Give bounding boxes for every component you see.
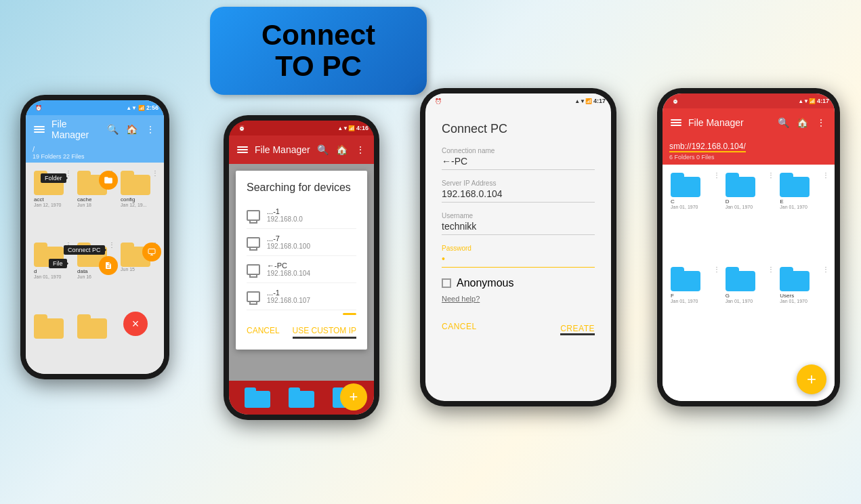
phone-3: ⏰ ▲▼📶 4:17 Connect PC Connection name ←-… [420, 88, 616, 406]
connect-pc-tooltip: Connect PC [64, 245, 105, 255]
connect-pc-dialog: Connect PC Connection name ←-PC Server I… [425, 108, 611, 401]
phone4-path: smb://192.168.0.104/ [669, 142, 746, 152]
center-banner: Connect TO PC [210, 7, 427, 95]
device-item[interactable]: ←-PC 192.168.0.104 [247, 256, 356, 283]
phone4-file-grid: C Jan 01, 1970 ⋮ D Jan 01, 1970 ⋮ E Jan … [663, 165, 835, 360]
list-item[interactable]: cache Jun 18 ⋮ Folder [75, 168, 115, 237]
folder-icon [671, 173, 700, 197]
phone1-title: File Manager [51, 119, 100, 140]
dialog-button-row: CANCEL CREATE [442, 316, 595, 335]
folder-icon [671, 267, 700, 291]
more-button[interactable]: ⋮ [713, 171, 720, 179]
list-item[interactable] [31, 312, 72, 369]
bottom-folder[interactable] [289, 387, 314, 408]
phone2-appbar: File Manager 🔍 🏠 ⋮ [229, 135, 374, 164]
password-label: Password [442, 245, 595, 252]
password-value[interactable]: • [442, 253, 595, 268]
folder-icon [77, 314, 107, 339]
username-value[interactable]: technikk [442, 221, 595, 235]
phone-2: ⏰ ▲▼📶 4:16 File Manager 🔍 🏠 ⋮ Searching … [224, 115, 379, 420]
bottom-folder[interactable] [245, 387, 270, 408]
phone2-more-icon[interactable]: ⋮ [354, 143, 367, 156]
list-item[interactable] [75, 312, 115, 369]
monitor-icon [247, 210, 260, 221]
device-item[interactable]: ...-7 192.168.0.100 [247, 229, 356, 256]
folder-icon [780, 173, 810, 197]
phone4-subtitle: 6 Folders 0 Files [669, 154, 828, 161]
more-button[interactable]: ⋮ [768, 266, 774, 273]
file-tooltip: File [49, 259, 67, 268]
more-button[interactable]: ⋮ [108, 241, 115, 249]
phone3-status-bar: ⏰ ▲▼📶 4:17 [425, 93, 611, 108]
file-fab[interactable] [99, 256, 118, 275]
add-fab[interactable]: + [797, 364, 826, 394]
list-item[interactable]: config Jan 12, 19... ⋮ [118, 168, 159, 237]
folder-icon [34, 314, 64, 339]
list-item[interactable]: Users Jan 01, 1970 ⋮ [777, 264, 829, 356]
more-button[interactable]: ⋮ [768, 171, 774, 179]
cancel-button[interactable]: CANCEL [442, 322, 477, 335]
list-item[interactable]: F Jan 01, 1970 ⋮ [668, 264, 720, 356]
banner-title: Connect TO PC [261, 20, 375, 82]
server-ip-label: Server IP Address [442, 180, 595, 187]
folder-icon [726, 173, 755, 197]
phone4-path-bar: smb://192.168.0.104/ 6 Folders 0 Files [663, 137, 835, 165]
phone2-home-icon[interactable]: 🏠 [335, 143, 348, 156]
close-fab[interactable]: × [123, 312, 148, 336]
list-item[interactable]: Jun 15 ⋮ Connect PC [118, 240, 159, 309]
list-item[interactable]: × [118, 312, 159, 369]
phone-4: ⏰ ▲▼📶 4:17 File Manager 🔍 🏠 ⋮ smb://192.… [657, 88, 840, 406]
list-item[interactable]: G Jan 01, 1970 ⋮ [723, 264, 775, 356]
phone1-file-grid: acct Jan 12, 1970 ⋮ cache Jun 18 ⋮ Folde… [26, 163, 164, 374]
add-fab[interactable]: + [340, 383, 367, 411]
help-link[interactable]: Need help? [442, 295, 595, 303]
connection-name-value[interactable]: ←-PC [442, 156, 595, 170]
list-item[interactable]: E Jan 01, 1970 ⋮ [777, 170, 829, 261]
create-button[interactable]: CREATE [560, 322, 595, 335]
folder-icon [726, 267, 755, 291]
monitor-icon [247, 264, 260, 275]
phone4-appbar: File Manager 🔍 🏠 ⋮ [663, 108, 835, 137]
anonymous-label: Anonymous [457, 277, 514, 289]
phone-1: ⏰ ▲▼ 📶 2:56 File Manager 🔍 🏠 ⋮ / 19 Fold… [20, 95, 169, 379]
more-button[interactable]: ⋮ [152, 169, 159, 177]
connect-pc-fab[interactable] [142, 243, 161, 261]
phone1-appbar: File Manager 🔍 🏠 ⋮ [26, 115, 164, 144]
phone2-menu-icon[interactable] [236, 143, 249, 156]
phone4-menu-icon[interactable] [669, 116, 683, 129]
svg-rect-0 [148, 249, 155, 254]
custom-ip-button[interactable]: USE CUSTOM IP [293, 326, 356, 339]
phone1-status-bar: ⏰ ▲▼ 📶 2:56 [26, 100, 164, 115]
more-button[interactable]: ⋮ [822, 266, 829, 273]
more-button[interactable]: ⋮ [822, 171, 829, 179]
phone4-search-icon[interactable]: 🔍 [776, 116, 790, 129]
folder-icon [780, 267, 810, 291]
dialog-title: Searching for devices [247, 182, 356, 194]
phone4-home-icon[interactable]: 🏠 [795, 116, 809, 129]
phone2-search-icon[interactable]: 🔍 [316, 143, 329, 156]
phone1-menu-icon[interactable] [33, 123, 46, 136]
list-item[interactable]: C Jan 01, 1970 ⋮ [668, 170, 720, 261]
monitor-icon [247, 291, 260, 302]
device-item[interactable]: ...-1 192.168.0.0 [247, 202, 356, 229]
search-devices-dialog: Searching for devices ...-1 192.168.0.0 … [236, 171, 367, 350]
monitor-icon [247, 237, 260, 248]
folder-fab[interactable] [99, 171, 118, 190]
cancel-button[interactable]: CANCEL [247, 326, 280, 339]
device-item[interactable]: ...-1 192.168.0.107 [247, 283, 356, 310]
phone1-more-icon[interactable]: ⋮ [144, 123, 157, 136]
folder-tooltip: Folder [41, 173, 66, 183]
server-ip-value[interactable]: 192.168.0.104 [442, 188, 595, 203]
phone1-path: / [33, 145, 157, 153]
anonymous-checkbox[interactable] [442, 278, 451, 288]
phone2-title: File Manager [255, 144, 310, 155]
more-button[interactable]: ⋮ [713, 266, 720, 273]
connection-name-label: Connection name [442, 147, 595, 154]
phone1-home-icon[interactable]: 🏠 [125, 123, 138, 136]
phone4-status-bar: ⏰ ▲▼📶 4:17 [663, 93, 835, 108]
phone1-path-bar: / 19 Folders 22 Files [26, 144, 164, 163]
phone4-more-icon[interactable]: ⋮ [814, 116, 828, 129]
list-item[interactable]: D Jan 01, 1970 ⋮ [723, 170, 775, 261]
phone2-status-bar: ⏰ ▲▼📶 4:16 [229, 121, 374, 135]
phone1-search-icon[interactable]: 🔍 [106, 123, 119, 136]
